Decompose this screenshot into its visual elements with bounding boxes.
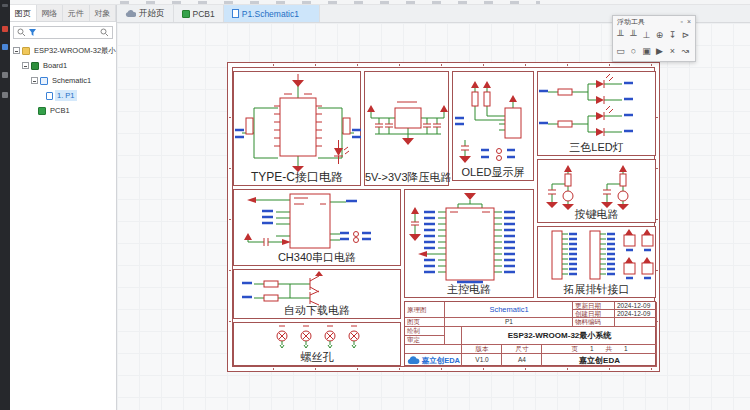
titleblock-created-label: 创建日期 [573, 310, 615, 318]
block-label-rgb[interactable]: 三色LED灯 [538, 141, 655, 154]
titleblock-empty-cell [445, 327, 462, 345]
block-rgb-led[interactable]: 三色LED灯 [537, 71, 656, 156]
titleblock-page-value[interactable]: P1 [445, 318, 573, 327]
block-label-mcu[interactable]: 主控电路 [405, 283, 533, 296]
block-label-oled[interactable]: OLED显示屏 [453, 166, 533, 179]
tab-pcb1[interactable]: PCB1 [174, 5, 224, 22]
block-mcu[interactable]: 主控电路 [404, 189, 534, 298]
tool-net-frame-icon[interactable]: ▣ [640, 43, 653, 59]
dock-panel-icon[interactable]: ▫ [680, 17, 682, 26]
keys-circuit-drawing [538, 160, 657, 210]
filter-funnel-icon[interactable] [28, 28, 37, 37]
strip-gray-icon [2, 72, 8, 78]
tree-item-schematic[interactable]: Schematic1 [10, 73, 116, 88]
tab-p1-schematic1[interactable]: P1.Schematic1 [224, 5, 320, 22]
tab-start-page[interactable]: 开始页 [117, 5, 174, 22]
block-label-typec[interactable]: TYPE-C接口电路 [234, 171, 360, 184]
collapse-icon[interactable] [31, 77, 38, 84]
strip-blue-icon [2, 44, 8, 50]
titleblock-company[interactable]: 嘉立创EDA [542, 354, 657, 367]
sidebar-tab-sheets[interactable]: 图页 [10, 5, 37, 21]
buck-circuit-drawing [365, 72, 450, 172]
collapse-icon[interactable] [22, 62, 29, 69]
block-label-screws[interactable]: 螺丝孔 [234, 351, 400, 364]
tool-global-net-icon[interactable]: ⊕ [653, 27, 666, 43]
sheet-ruler-bottom [232, 368, 655, 370]
tool-net-label-icon[interactable]: ▭ [614, 43, 627, 59]
autodl-circuit-drawing [234, 270, 402, 306]
tool-power-flag-icon[interactable]: ╨ [614, 27, 627, 43]
block-ch340[interactable]: CH340串口电路 [233, 189, 401, 266]
titleblock-size-value[interactable]: A4 [502, 354, 542, 367]
tool-ground-icon[interactable]: ⊥ [640, 27, 653, 43]
tool-net-port-icon[interactable]: ⊳ [679, 27, 692, 43]
tool-power-flag2-icon[interactable]: ╨ [627, 27, 640, 43]
left-edge-strip [0, 0, 10, 410]
titleblock-material-value[interactable] [615, 318, 657, 327]
tab-label: P1.Schematic1 [242, 9, 299, 19]
strip-gray-icon [2, 92, 8, 98]
titleblock-schematic-value[interactable]: Schematic1 [445, 302, 573, 318]
block-buck[interactable]: 5V->3V3降压电路 [364, 71, 449, 186]
tab-label: PCB1 [193, 9, 215, 19]
tool-ground-arrow-icon[interactable]: ↧ [666, 27, 679, 43]
sheet-ruler-left [229, 67, 231, 367]
tool-ellipse-icon[interactable]: ○ [627, 43, 640, 59]
sheet-title-block[interactable]: 原理图 Schematic1 更新日期 2024-12-09 创建日期 2024… [404, 301, 656, 366]
pcb-icon [38, 107, 46, 115]
block-label-headers[interactable]: 拓展排针接口 [538, 283, 655, 296]
block-headers[interactable]: 拓展排针接口 [537, 226, 656, 298]
titleblock-material-label: 物料编码 [573, 318, 615, 327]
project-sidebar: 图页 网络 元件 对象 ESP32-WROOM-32最小系统 [10, 5, 117, 410]
schematic-sheet[interactable]: TYPE-C接口电路 5V->3V3降压电路 [227, 62, 660, 372]
schematic-doc-icon [232, 9, 239, 18]
pcb-icon [182, 10, 190, 18]
ch340-circuit-drawing [234, 190, 402, 252]
floating-panel-titlebar[interactable]: 浮动工具 ▫ × [613, 16, 695, 27]
schematic-canvas[interactable]: TYPE-C接口电路 5V->3V3降压电路 [117, 23, 750, 410]
titleblock-version-value[interactable]: V1.0 [462, 354, 502, 367]
close-panel-icon[interactable]: × [687, 17, 691, 26]
tab-label: 开始页 [139, 8, 165, 20]
eda-application-window: { "left_sidebar": { "tabs": [ {"label": … [0, 0, 750, 410]
titleblock-schematic-label: 原理图 [405, 302, 445, 318]
sheet-ruler-top [232, 64, 655, 66]
block-label-autodl[interactable]: 自动下载电路 [234, 304, 400, 317]
toolbar-icons-cut [120, 1, 540, 4]
collapse-icon[interactable] [13, 47, 20, 54]
titleblock-sheet-value: 1 [590, 346, 594, 353]
pcb-name: PCB1 [48, 105, 72, 116]
titleblock-project-title[interactable]: ESP32-WROOM-32最小系统 [462, 327, 657, 345]
block-typec[interactable]: TYPE-C接口电路 [233, 71, 361, 186]
block-label-ch340[interactable]: CH340串口电路 [234, 251, 400, 264]
jlc-cloud-logo-icon [407, 356, 420, 365]
titleblock-version-label: 版本 [462, 345, 502, 354]
tree-item-board[interactable]: Board1 [10, 58, 116, 73]
titleblock-logo-cell: 嘉立创EDA [405, 354, 462, 367]
project-name: ESP32-WROOM-32最小系统 [32, 45, 116, 57]
titleblock-updated-value[interactable]: 2024-12-09 [615, 302, 657, 310]
block-screws[interactable]: 螺丝孔 [233, 322, 401, 366]
titleblock-created-value[interactable]: 2024-12-09 [615, 310, 657, 318]
block-keys[interactable]: 按键电路 [537, 159, 656, 223]
sidebar-tab-components[interactable]: 元件 [63, 5, 90, 21]
schematic-doc-icon [40, 77, 48, 85]
floating-panel-tools: ╨ ╨ ⊥ ⊕ ↧ ⊳ ▭ ○ ▣ ▶ × ↝ [613, 27, 695, 59]
search-icon [17, 28, 26, 37]
tree-item-pcb[interactable]: PCB1 [10, 103, 116, 118]
block-label-keys[interactable]: 按键电路 [538, 208, 655, 221]
search-go-icon[interactable] [100, 28, 109, 37]
folder-icon [22, 47, 30, 55]
block-autodl[interactable]: 自动下载电路 [233, 269, 401, 319]
tool-free-wire-icon[interactable]: ↝ [679, 43, 692, 59]
block-oled[interactable]: OLED显示屏 [452, 71, 534, 181]
tool-probe-icon[interactable]: ▶ [653, 43, 666, 59]
sidebar-tab-nets[interactable]: 网络 [37, 5, 64, 21]
tool-no-connect-icon[interactable]: × [666, 43, 679, 59]
sidebar-search-box[interactable] [13, 26, 113, 39]
sidebar-tab-objects[interactable]: 对象 [90, 5, 117, 21]
floating-tools-panel[interactable]: 浮动工具 ▫ × ╨ ╨ ⊥ ⊕ ↧ ⊳ ▭ ○ ▣ ▶ × ↝ [612, 15, 696, 62]
tree-item-project[interactable]: ESP32-WROOM-32最小系统 [10, 43, 116, 58]
tree-item-page-p1[interactable]: 1. P1 [10, 88, 116, 103]
block-label-buck[interactable]: 5V->3V3降压电路 [365, 171, 448, 184]
